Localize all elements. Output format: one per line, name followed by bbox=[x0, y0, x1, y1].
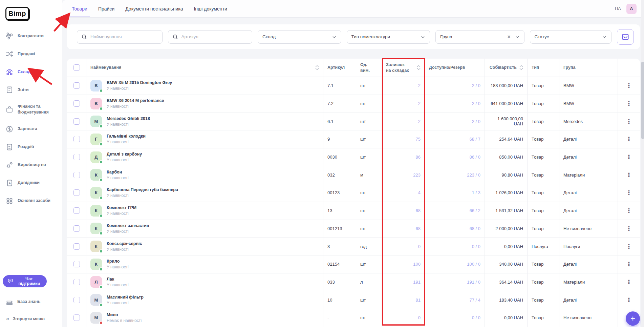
row-actions-menu[interactable]: ⋮ bbox=[624, 242, 634, 251]
clear-icon[interactable]: ✕ bbox=[507, 34, 511, 39]
row-available[interactable]: 86 / 0 bbox=[469, 155, 480, 160]
row-available[interactable]: 68 / 0 bbox=[469, 226, 480, 231]
row-actions-menu[interactable]: ⋮ bbox=[624, 117, 634, 126]
row-stock[interactable]: 191 bbox=[413, 280, 421, 285]
sidebar-item-rozdrib[interactable]: Роздріб bbox=[5, 143, 62, 151]
row-name[interactable]: Крило bbox=[107, 259, 129, 264]
row-checkbox[interactable] bbox=[73, 189, 80, 196]
row-stock[interactable]: 86 bbox=[416, 155, 421, 160]
row-name[interactable]: Деталі з карбону bbox=[107, 152, 142, 157]
select-all-checkbox[interactable] bbox=[73, 64, 80, 71]
row-available[interactable]: 1 / 3 bbox=[472, 190, 480, 195]
row-available[interactable]: 2 / 0 bbox=[472, 101, 480, 106]
row-stock[interactable]: 75 bbox=[416, 137, 421, 142]
row-stock[interactable]: 81 bbox=[416, 298, 421, 303]
collapse-menu-item[interactable]: « Згорнути меню bbox=[6, 315, 62, 322]
row-checkbox[interactable] bbox=[73, 314, 80, 321]
sidebar-item-sklad[interactable]: Склад bbox=[5, 68, 62, 76]
sidebar-item-kontragenty[interactable]: Контрагенти bbox=[5, 32, 62, 40]
row-available[interactable]: 66 / 2 bbox=[469, 208, 480, 213]
row-stock[interactable]: 68 bbox=[416, 226, 421, 231]
row-stock[interactable]: 223 bbox=[413, 172, 421, 178]
tab-tovary[interactable]: Товари bbox=[71, 0, 88, 17]
row-stock[interactable]: 4 bbox=[418, 190, 421, 195]
row-available[interactable]: 68 / 7 bbox=[469, 137, 480, 142]
row-name[interactable]: Масляний фільтр bbox=[107, 295, 144, 300]
row-stock[interactable]: 0 bbox=[418, 244, 421, 249]
row-checkbox[interactable] bbox=[73, 261, 80, 267]
row-available[interactable]: 223 / 0 bbox=[467, 172, 480, 178]
row-checkbox[interactable] bbox=[73, 225, 80, 232]
row-available[interactable]: 2 / 0 bbox=[472, 83, 480, 88]
status-select[interactable]: Статус bbox=[530, 30, 612, 44]
warehouse-select[interactable]: Склад bbox=[258, 30, 341, 44]
row-actions-menu[interactable]: ⋮ bbox=[624, 153, 634, 161]
row-available[interactable]: 77 / 4 bbox=[469, 298, 480, 303]
row-stock[interactable]: 100 bbox=[413, 262, 421, 267]
row-checkbox[interactable] bbox=[73, 136, 80, 142]
sidebar-item-osnovni-zasoby[interactable]: Основні засоби bbox=[5, 197, 62, 205]
user-avatar[interactable]: A bbox=[626, 4, 637, 14]
row-name[interactable]: Комплект запчастин bbox=[107, 223, 149, 228]
add-product-button[interactable]: + bbox=[626, 311, 640, 326]
sort-stock-control[interactable] bbox=[417, 65, 421, 70]
row-name[interactable]: Лак bbox=[107, 277, 129, 282]
row-available[interactable]: 191 / 0 bbox=[467, 280, 480, 285]
sidebar-item-dovidnyky[interactable]: A Довідники bbox=[5, 179, 62, 187]
sidebar-item-prodazhi[interactable]: Продажі bbox=[5, 50, 62, 58]
row-actions-menu[interactable]: ⋮ bbox=[624, 188, 634, 197]
row-name[interactable]: BMW X6 2014 M perfomance bbox=[107, 98, 164, 103]
row-checkbox[interactable] bbox=[73, 207, 80, 214]
row-name[interactable]: Карбон bbox=[107, 170, 129, 175]
row-actions-menu[interactable]: ⋮ bbox=[624, 206, 634, 215]
tab-dokumenty-postachalnyka[interactable]: Документи постачальника bbox=[125, 0, 184, 17]
tab-praisy[interactable]: Прайси bbox=[98, 0, 115, 17]
row-checkbox[interactable] bbox=[73, 172, 80, 178]
row-checkbox[interactable] bbox=[73, 82, 80, 89]
row-name[interactable]: Гальмівні колодки bbox=[107, 134, 146, 139]
support-chat-button[interactable]: Чат підтримки bbox=[3, 275, 47, 287]
row-actions-menu[interactable]: ⋮ bbox=[624, 99, 634, 108]
row-checkbox[interactable] bbox=[73, 154, 80, 160]
row-actions-menu[interactable]: ⋮ bbox=[624, 260, 634, 268]
sidebar-item-vyrobnytstvo[interactable]: Виробництво bbox=[5, 161, 62, 169]
row-actions-menu[interactable]: ⋮ bbox=[624, 278, 634, 286]
language-switcher[interactable]: UA bbox=[615, 6, 621, 11]
row-stock[interactable]: 2 bbox=[418, 83, 421, 88]
row-name[interactable]: Карбонова Передня губа бампера bbox=[107, 187, 178, 192]
row-checkbox[interactable] bbox=[73, 243, 80, 250]
row-checkbox[interactable] bbox=[73, 297, 80, 303]
row-checkbox[interactable] bbox=[73, 279, 80, 285]
row-actions-menu[interactable]: ⋮ bbox=[624, 224, 634, 233]
row-name[interactable]: Консьєрж-сервіс bbox=[107, 241, 142, 246]
row-stock[interactable]: 68 bbox=[416, 208, 421, 213]
search-sku-input[interactable] bbox=[181, 34, 248, 39]
search-name-input[interactable] bbox=[90, 34, 158, 39]
row-name[interactable]: BMW X5 M 2015 Donington Grey bbox=[107, 80, 172, 85]
row-available[interactable]: 0 / 0 bbox=[472, 315, 480, 320]
sort-cost-control[interactable] bbox=[519, 65, 523, 70]
tab-inshi-dokumenty[interactable]: Інші документи bbox=[193, 0, 228, 17]
row-available[interactable]: 100 / 0 bbox=[467, 262, 480, 267]
row-name[interactable]: Комплект ГРМ bbox=[107, 205, 136, 210]
archive-button[interactable] bbox=[617, 29, 634, 45]
row-available[interactable]: 2 / 0 bbox=[472, 119, 480, 124]
sidebar-item-finansy[interactable]: Фінанси та бюджетування bbox=[5, 104, 62, 115]
row-name[interactable]: Мило bbox=[107, 312, 142, 317]
row-actions-menu[interactable]: ⋮ bbox=[624, 81, 634, 90]
row-checkbox[interactable] bbox=[73, 118, 80, 125]
row-stock[interactable]: 0 bbox=[418, 315, 421, 320]
row-stock[interactable]: 2 bbox=[418, 119, 421, 124]
nomenclature-type-select[interactable]: Тип номенклатури bbox=[347, 30, 430, 44]
knowledge-base-item[interactable]: База знань bbox=[5, 298, 62, 306]
scrollbar-thumb[interactable] bbox=[641, 62, 644, 139]
sidebar-item-zarplata[interactable]: Зарплата bbox=[5, 125, 62, 133]
row-actions-menu[interactable]: ⋮ bbox=[624, 296, 634, 304]
row-actions-menu[interactable]: ⋮ bbox=[624, 171, 634, 179]
sort-name-control[interactable] bbox=[315, 65, 319, 70]
row-stock[interactable]: 2 bbox=[418, 101, 421, 106]
sidebar-item-zvity[interactable]: Звіти bbox=[5, 86, 62, 94]
row-available[interactable]: 0 / 0 bbox=[472, 244, 480, 249]
group-select[interactable]: Група ✕ bbox=[435, 30, 524, 44]
row-name[interactable]: Mersedes Ghibli 2018 bbox=[107, 116, 150, 121]
